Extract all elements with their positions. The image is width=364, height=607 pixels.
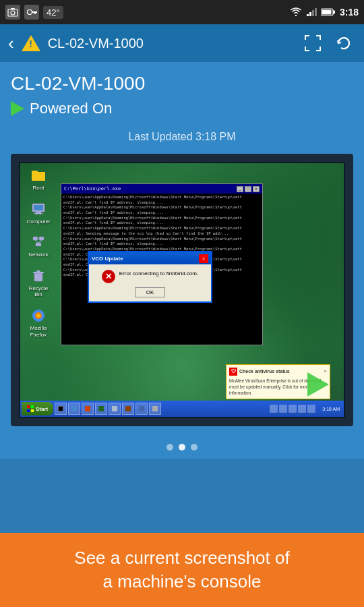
expand-button[interactable] bbox=[301, 31, 325, 55]
error-message: Error connecting to firstGrid.com. bbox=[119, 270, 198, 277]
cmd-controls: _ □ × bbox=[237, 186, 260, 192]
taskbar-systray bbox=[270, 405, 318, 413]
error-titlebar: VCO Update × bbox=[89, 252, 211, 264]
nav-bar: ‹ ! CL-02-VM-1000 bbox=[0, 24, 364, 62]
desktop-icon-computer: Computer bbox=[24, 201, 53, 225]
key-icon bbox=[24, 5, 39, 20]
back-button[interactable]: ‹ bbox=[8, 33, 14, 54]
error-content: ✕ Error connecting to firstGrid.com. bbox=[102, 270, 198, 283]
tray-icon-1 bbox=[270, 405, 278, 413]
cmd-line-1: C:\Users\user\AppData\Roaming\Microsoft\… bbox=[63, 195, 260, 200]
taskbar-item-8[interactable] bbox=[149, 403, 161, 415]
clock: 3:18 bbox=[340, 7, 359, 18]
refresh-button[interactable] bbox=[332, 31, 356, 55]
taskbar-item-4[interactable] bbox=[95, 403, 107, 415]
cmd-title-text: C:\Perl\bin\perl.exe bbox=[64, 186, 121, 192]
windows-desktop[interactable]: Root Computer bbox=[19, 162, 345, 418]
svg-rect-4 bbox=[32, 11, 36, 13]
vm-name: CL-02-VM-1000 bbox=[11, 73, 353, 94]
error-close-button[interactable]: × bbox=[199, 254, 208, 263]
signal-icon bbox=[306, 7, 317, 17]
svg-rect-31 bbox=[27, 405, 30, 408]
svg-line-23 bbox=[35, 240, 38, 243]
svg-rect-17 bbox=[34, 205, 43, 210]
mcafee-shield-icon: 🛡 bbox=[229, 368, 237, 376]
vm-status-text: Powered On bbox=[30, 100, 112, 117]
taskbar-item-cmd[interactable] bbox=[55, 403, 67, 415]
taskbar-clock: 3:18 AM bbox=[320, 407, 342, 411]
icon-label-computer: Computer bbox=[26, 219, 50, 225]
taskbar-item-6[interactable] bbox=[122, 403, 134, 415]
wifi-icon bbox=[290, 7, 302, 17]
cmd-line-3: C:\Users\user\AppData\Roaming\Microsoft\… bbox=[63, 205, 260, 210]
desktop-icon-firefox: Mozilla Firefox bbox=[24, 308, 53, 338]
taskbar: Start bbox=[20, 401, 344, 417]
error-dialog: VCO Update × ✕ Error connecting to first… bbox=[88, 251, 212, 303]
icon-label-recycle: Recycle Bin bbox=[24, 285, 53, 298]
error-dialog-title: VCO Update bbox=[92, 256, 123, 262]
firefox-icon bbox=[30, 308, 47, 324]
svg-rect-13 bbox=[333, 11, 335, 14]
svg-rect-34 bbox=[31, 409, 34, 412]
svg-rect-10 bbox=[315, 8, 317, 16]
tray-icon-5 bbox=[307, 405, 315, 413]
pagination-dot-1[interactable] bbox=[166, 444, 173, 451]
error-icon: ✕ bbox=[102, 270, 115, 283]
svg-rect-25 bbox=[34, 273, 42, 281]
error-ok-button[interactable]: OK bbox=[135, 287, 166, 297]
icon-label-network: Network bbox=[28, 252, 48, 258]
vm-status: Powered On bbox=[11, 100, 353, 117]
desktop-icon-root: Root bbox=[24, 167, 53, 192]
cmd-line-7: C:\Users\user\AppData\Roaming\Microsoft\… bbox=[63, 226, 260, 231]
svg-rect-8 bbox=[309, 12, 311, 16]
cmd-close[interactable]: × bbox=[253, 186, 260, 192]
status-bar-right: 3:18 bbox=[290, 7, 359, 18]
last-updated: Last Updated 3:18 PM bbox=[11, 124, 353, 154]
svg-rect-26 bbox=[33, 272, 44, 273]
svg-rect-32 bbox=[31, 405, 34, 408]
svg-rect-9 bbox=[312, 10, 314, 16]
svg-rect-33 bbox=[27, 409, 30, 412]
cta-text: See a current screenshot of a machine's … bbox=[61, 546, 303, 594]
play-button[interactable] bbox=[303, 370, 333, 399]
status-bar-left: 42° bbox=[5, 5, 63, 20]
svg-rect-27 bbox=[36, 270, 40, 272]
battery-icon bbox=[321, 8, 336, 16]
taskbar-item-2[interactable] bbox=[68, 403, 80, 415]
network-icon bbox=[30, 234, 47, 250]
main-content: CL-02-VM-1000 Powered On Last Updated 3:… bbox=[0, 62, 364, 459]
cmd-line-2: endIF.pl: Can't find IP address, sleepin… bbox=[63, 200, 260, 206]
svg-point-3 bbox=[28, 10, 32, 15]
cmd-minimize[interactable]: _ bbox=[237, 186, 243, 192]
icon-label-firefox: Mozilla Firefox bbox=[24, 325, 53, 338]
svg-rect-12 bbox=[322, 10, 331, 15]
svg-rect-5 bbox=[34, 13, 36, 14]
start-button[interactable]: Start bbox=[22, 402, 53, 415]
error-body: ✕ Error connecting to firstGrid.com. OK bbox=[89, 264, 211, 301]
app-logo: ! bbox=[21, 33, 41, 53]
pagination-dot-2[interactable] bbox=[179, 444, 185, 451]
taskbar-item-3[interactable] bbox=[82, 403, 94, 415]
svg-rect-19 bbox=[34, 213, 42, 214]
desktop-icons: Root Computer bbox=[24, 167, 53, 338]
icon-label-root: Root bbox=[33, 185, 44, 192]
svg-point-1 bbox=[11, 11, 15, 15]
cmd-line-4: endIF.pl: Can't find IP address, sleepin… bbox=[63, 210, 260, 216]
tray-icon-4 bbox=[298, 405, 306, 413]
status-bar: 42° 3:18 bbox=[0, 0, 364, 24]
computer-icon bbox=[30, 201, 47, 217]
taskbar-item-5[interactable] bbox=[109, 403, 121, 415]
svg-rect-22 bbox=[36, 243, 41, 246]
cta-button[interactable]: See a current screenshot of a machine's … bbox=[0, 533, 364, 607]
cmd-line-5: C:\Users\user\AppData\Roaming\Microsoft\… bbox=[63, 216, 260, 221]
tray-icon-2 bbox=[279, 405, 287, 413]
cmd-line-6: endIF.pl: Can't find IP address, sleepin… bbox=[63, 221, 260, 226]
cmd-maximize[interactable]: □ bbox=[245, 186, 251, 192]
temperature-badge: 42° bbox=[43, 6, 63, 19]
powered-on-icon bbox=[11, 101, 24, 116]
play-triangle-icon bbox=[307, 372, 329, 397]
taskbar-item-7[interactable] bbox=[135, 403, 148, 415]
pagination-dot-3[interactable] bbox=[191, 444, 198, 451]
recycle-bin-icon bbox=[30, 268, 47, 284]
nav-title: CL-02-VM-1000 bbox=[48, 36, 294, 51]
